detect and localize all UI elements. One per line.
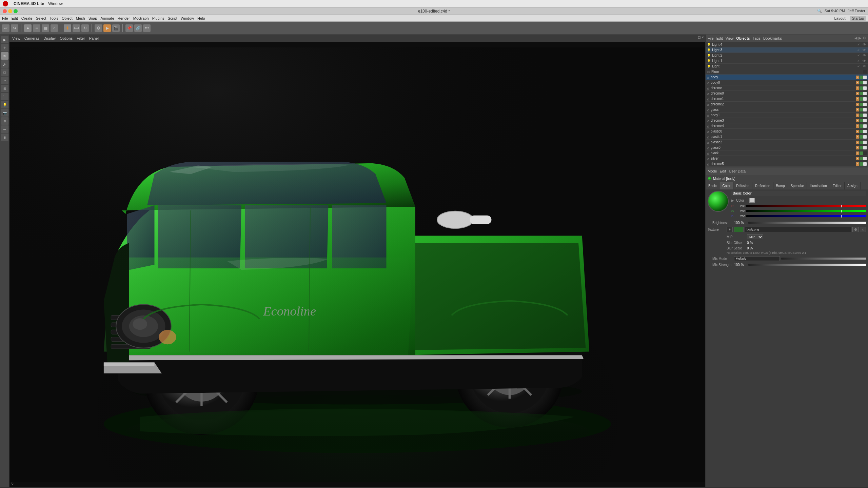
mix-strength-slider[interactable] xyxy=(748,264,866,266)
obj-Light3[interactable]: 💡 Light.3 ✓ 👁 xyxy=(706,47,868,53)
mat-tab-assign[interactable]: Assign xyxy=(845,182,861,189)
tool-cameras[interactable]: 📷 xyxy=(1,109,8,117)
panel-right-btn[interactable]: ▶ xyxy=(859,36,861,40)
tool-axis[interactable]: ⊗ xyxy=(1,134,8,141)
obj-black[interactable]: △ black × xyxy=(706,150,868,156)
toolbar-undo[interactable]: ↩ xyxy=(2,24,9,32)
viewport-menu-view[interactable]: View xyxy=(12,36,20,40)
toolbar-redo[interactable]: ↪ xyxy=(11,24,18,32)
r-slider[interactable] xyxy=(746,205,866,207)
menu-cinema4d[interactable]: CINEMA 4D Lite xyxy=(14,1,44,6)
obj-Floor[interactable]: ▭ Floor xyxy=(706,69,868,75)
mat-tab-specular[interactable]: Specular xyxy=(788,182,807,189)
obj-Light[interactable]: 💡 Light ✓ 👁 xyxy=(706,64,868,69)
obj-plastic1[interactable]: △ plastic1 × xyxy=(706,134,868,140)
obj-glass[interactable]: △ glass × xyxy=(706,107,868,113)
color-expand-arrow[interactable]: ▶ xyxy=(731,199,735,202)
menu-animate[interactable]: Animate xyxy=(100,16,114,20)
obj-Light2[interactable]: 💡 Light.2 ✓ 👁 xyxy=(706,53,868,58)
viewport-menu-panel[interactable]: Panel xyxy=(89,36,99,40)
tool-floor[interactable]: ═ xyxy=(1,125,8,133)
viewport-maximize[interactable]: □ xyxy=(698,35,701,39)
toolbar-object-mode[interactable]: ○ xyxy=(51,24,58,32)
tool-select[interactable]: ▶ xyxy=(1,36,8,43)
toolbar-snap[interactable]: 📌 xyxy=(125,24,133,32)
b-slider[interactable] xyxy=(746,215,866,217)
material-preview-sphere[interactable] xyxy=(708,191,729,212)
objects-tab-bookmarks[interactable]: Bookmarks xyxy=(763,36,782,40)
tool-move2[interactable]: ✛ xyxy=(1,44,8,52)
panel-settings[interactable]: ⚙ xyxy=(863,36,866,40)
menu-select[interactable]: Select xyxy=(36,16,46,20)
props-tab-edit[interactable]: Edit xyxy=(720,169,726,173)
mat-tab-illumination[interactable]: Illumination xyxy=(807,182,830,189)
tool-shape[interactable]: □ xyxy=(1,68,8,76)
mat-tab-color[interactable]: Color xyxy=(719,182,733,189)
g-slider[interactable] xyxy=(746,210,866,212)
search-icon[interactable]: 🔍 xyxy=(817,9,822,13)
obj-chrome5[interactable]: △ chrome5 × xyxy=(706,161,868,167)
menu-tools[interactable]: Tools xyxy=(50,16,58,20)
objects-tab-edit[interactable]: Edit xyxy=(716,36,723,40)
menu-script[interactable]: Script xyxy=(168,16,177,20)
viewport-menu-display[interactable]: Display xyxy=(43,36,56,40)
color-swatch[interactable] xyxy=(749,198,755,203)
tool-lights[interactable]: 💡 xyxy=(1,101,8,108)
tool-spline[interactable]: ～ xyxy=(1,77,8,84)
obj-body1[interactable]: △ body1 × xyxy=(706,113,868,118)
props-tab-mode[interactable]: Mode xyxy=(708,169,717,173)
toolbar-polys[interactable]: ▦ xyxy=(42,24,49,32)
objects-tab-objects[interactable]: Objects xyxy=(736,36,750,40)
mat-tab-basic[interactable]: Basic xyxy=(706,182,719,189)
toolbar-more[interactable]: ••• xyxy=(143,24,151,32)
viewport-minimize[interactable]: _ xyxy=(695,35,697,39)
menu-render[interactable]: Render xyxy=(118,16,130,20)
menu-create[interactable]: Create xyxy=(21,16,33,20)
obj-chrome2[interactable]: △ chrome2 × xyxy=(706,102,868,107)
menu-snap[interactable]: Snap xyxy=(88,16,97,20)
mix-mode-slider[interactable] xyxy=(781,258,866,260)
toolbar-link[interactable]: 🔗 xyxy=(134,24,142,32)
toolbar-render[interactable]: ▶ xyxy=(103,24,111,32)
menu-window[interactable]: Window xyxy=(48,1,63,6)
obj-plastic2[interactable]: △ plastic2 × xyxy=(706,140,868,145)
menu-object[interactable]: Object xyxy=(62,16,73,20)
menu-plugins[interactable]: Plugins xyxy=(152,16,164,20)
sampling-dropdown[interactable]: MIP None SAT xyxy=(747,235,763,239)
panel-left-btn[interactable]: ◀ xyxy=(854,36,857,40)
menu-mesh[interactable]: Mesh xyxy=(76,16,85,20)
obj-body[interactable]: △ body × xyxy=(706,75,868,80)
obj-glass0[interactable]: △ glass0 × xyxy=(706,145,868,150)
obj-chrome0[interactable]: △ chrome0 × xyxy=(706,91,868,96)
menu-window2[interactable]: Window xyxy=(181,16,194,20)
close-btn[interactable] xyxy=(3,9,7,13)
obj-Light4[interactable]: 💡 Light.4 ✓ 👁 xyxy=(706,42,868,47)
mix-mode-value[interactable]: Multiply xyxy=(734,256,780,261)
obj-silver[interactable]: △ silver × xyxy=(706,156,868,161)
viewport-close[interactable]: × xyxy=(702,35,704,39)
menu-edit[interactable]: Edit xyxy=(12,16,18,20)
toolbar-picture-viewer[interactable]: 🎬 xyxy=(112,24,120,32)
toolbar-edges[interactable]: ━ xyxy=(33,24,40,32)
texture-remove-btn[interactable]: × xyxy=(860,227,866,232)
texture-settings-btn[interactable]: ⚙ xyxy=(852,227,859,232)
tool-deformers[interactable]: ⌒ xyxy=(1,93,8,100)
viewport-menu-cameras[interactable]: Cameras xyxy=(24,36,40,40)
objects-tab-tags[interactable]: Tags xyxy=(753,36,761,40)
menu-mograph[interactable]: MoGraph xyxy=(133,16,149,20)
toolbar-render-settings[interactable]: ⚙ xyxy=(95,24,102,32)
obj-chrome3[interactable]: △ chrome3 × xyxy=(706,118,868,123)
maximize-btn[interactable] xyxy=(14,9,18,13)
minimize-btn[interactable] xyxy=(8,9,12,13)
obj-plastic0[interactable]: △ plastic0 × xyxy=(706,129,868,134)
mat-tab-editor[interactable]: Editor xyxy=(830,182,845,189)
tool-generators[interactable]: ⊞ xyxy=(1,85,8,92)
menu-help[interactable]: Help xyxy=(197,16,205,20)
viewport-canvas[interactable]: Econoline xyxy=(9,42,705,487)
objects-tab-view[interactable]: View xyxy=(726,36,734,40)
obj-chrome1[interactable]: △ chrome1 × xyxy=(706,96,868,102)
texture-add-btn[interactable]: + xyxy=(727,227,733,232)
viewport-menu-filter[interactable]: Filter xyxy=(77,36,85,40)
toolbar-rotate[interactable]: ↻ xyxy=(81,24,89,32)
tool-paint[interactable]: 🖊 xyxy=(1,60,8,68)
